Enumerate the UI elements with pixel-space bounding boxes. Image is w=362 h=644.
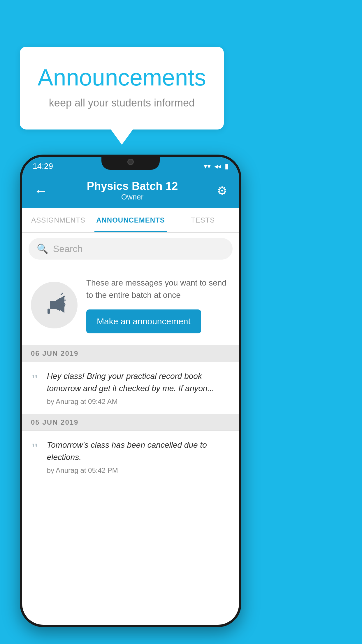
back-button[interactable]: ←: [31, 180, 51, 202]
search-container: 🔍 Search: [22, 233, 239, 265]
quote-icon-2: ": [31, 441, 39, 455]
svg-line-1: [61, 293, 63, 295]
announcement-author-2: by Anurag at 05:42 PM: [47, 466, 230, 475]
date-separator-1: 06 JUN 2019: [22, 345, 239, 362]
app-bar-subtitle: Owner: [51, 192, 214, 202]
intro-description: These are messages you want to send to t…: [86, 277, 230, 301]
search-icon: 🔍: [37, 243, 48, 254]
announcements-title: Announcements: [37, 64, 206, 91]
announcements-subtitle: keep all your students informed: [37, 97, 206, 109]
announcement-text-2: Tomorrow's class has been cancelled due …: [47, 439, 230, 475]
date-separator-2: 05 JUN 2019: [22, 414, 239, 431]
megaphone-icon: [41, 292, 67, 318]
announcement-message-2: Tomorrow's class has been cancelled due …: [47, 439, 230, 463]
speech-bubble-container: Announcements keep all your students inf…: [20, 47, 224, 130]
status-time: 14:29: [33, 162, 53, 171]
signal-icon: ◂◂: [214, 162, 221, 170]
app-bar: ← Physics Batch 12 Owner ⚙: [22, 173, 239, 208]
search-bar[interactable]: 🔍 Search: [29, 238, 233, 260]
app-bar-title: Physics Batch 12: [51, 180, 214, 192]
settings-button[interactable]: ⚙: [214, 181, 230, 200]
status-icons: ▾▾ ◂◂ ▮: [204, 162, 229, 170]
make-announcement-button[interactable]: Make an announcement: [86, 309, 201, 333]
announcement-message-1: Hey class! Bring your practical record b…: [47, 370, 230, 395]
phone-camera: [127, 159, 134, 165]
phone-notch: [101, 155, 160, 170]
megaphone-circle: [31, 282, 78, 328]
wifi-icon: ▾▾: [204, 162, 211, 170]
phone-frame: 14:29 ▾▾ ◂◂ ▮ ← Physics Batch 12 Owner ⚙…: [20, 155, 241, 627]
tab-tests[interactable]: TESTS: [167, 208, 239, 232]
battery-icon: ▮: [225, 162, 229, 170]
announcement-author-1: by Anurag at 09:42 AM: [47, 398, 230, 406]
tab-assignments[interactable]: ASSIGNMENTS: [22, 208, 94, 232]
phone-screen: 14:29 ▾▾ ◂◂ ▮ ← Physics Batch 12 Owner ⚙…: [22, 157, 239, 625]
tabs-bar: ASSIGNMENTS ANNOUNCEMENTS TESTS: [22, 208, 239, 233]
speech-bubble: Announcements keep all your students inf…: [20, 47, 224, 130]
intro-content: These are messages you want to send to t…: [86, 277, 230, 333]
search-placeholder: Search: [53, 244, 82, 254]
announcement-item-1: " Hey class! Bring your practical record…: [22, 362, 239, 414]
content-area: 🔍 Search: [22, 233, 239, 483]
intro-card: These are messages you want to send to t…: [22, 265, 239, 345]
svg-line-2: [63, 296, 65, 297]
app-bar-center: Physics Batch 12 Owner: [51, 180, 214, 202]
announcement-text-1: Hey class! Bring your practical record b…: [47, 370, 230, 406]
quote-icon-1: ": [31, 372, 39, 386]
announcement-item-2: " Tomorrow's class has been cancelled du…: [22, 431, 239, 483]
tab-announcements[interactable]: ANNOUNCEMENTS: [94, 208, 167, 232]
svg-rect-0: [48, 309, 50, 314]
